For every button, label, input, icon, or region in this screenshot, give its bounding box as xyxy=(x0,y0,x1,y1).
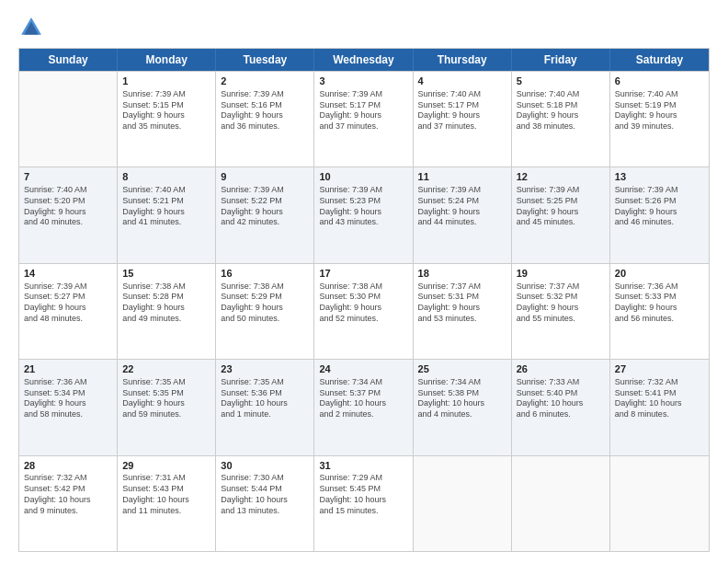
cell-info: Sunrise: 7:35 AM Sunset: 5:35 PM Dayligh… xyxy=(122,377,210,420)
calendar-body: 1Sunrise: 7:39 AM Sunset: 5:15 PM Daylig… xyxy=(19,71,709,551)
day-number: 20 xyxy=(615,267,704,281)
cell-info: Sunrise: 7:33 AM Sunset: 5:40 PM Dayligh… xyxy=(517,377,605,420)
cell-info: Sunrise: 7:39 AM Sunset: 5:24 PM Dayligh… xyxy=(418,185,506,228)
calendar-cell xyxy=(610,456,709,551)
calendar-cell: 11Sunrise: 7:39 AM Sunset: 5:24 PM Dayli… xyxy=(414,167,512,262)
day-number: 3 xyxy=(319,75,407,88)
calendar-cell: 8Sunrise: 7:40 AM Sunset: 5:21 PM Daylig… xyxy=(118,167,216,262)
day-number: 26 xyxy=(517,362,605,376)
calendar-cell: 29Sunrise: 7:31 AM Sunset: 5:43 PM Dayli… xyxy=(118,456,216,551)
calendar-cell: 25Sunrise: 7:34 AM Sunset: 5:38 PM Dayli… xyxy=(414,360,512,454)
cell-info: Sunrise: 7:38 AM Sunset: 5:28 PM Dayligh… xyxy=(122,282,210,325)
calendar-cell: 31Sunrise: 7:29 AM Sunset: 5:45 PM Dayli… xyxy=(314,456,413,551)
calendar-row: 7Sunrise: 7:40 AM Sunset: 5:20 PM Daylig… xyxy=(19,167,709,262)
cell-info: Sunrise: 7:38 AM Sunset: 5:30 PM Dayligh… xyxy=(319,282,407,325)
calendar-row: 21Sunrise: 7:36 AM Sunset: 5:34 PM Dayli… xyxy=(19,359,709,454)
cell-info: Sunrise: 7:37 AM Sunset: 5:32 PM Dayligh… xyxy=(517,282,605,325)
cell-info: Sunrise: 7:40 AM Sunset: 5:18 PM Dayligh… xyxy=(517,89,605,132)
cell-info: Sunrise: 7:40 AM Sunset: 5:19 PM Dayligh… xyxy=(615,89,704,132)
calendar-cell xyxy=(512,456,610,551)
day-number: 5 xyxy=(517,75,605,88)
day-number: 14 xyxy=(24,267,112,281)
day-number: 8 xyxy=(122,170,210,184)
calendar-cell: 23Sunrise: 7:35 AM Sunset: 5:36 PM Dayli… xyxy=(216,360,314,454)
calendar-cell: 26Sunrise: 7:33 AM Sunset: 5:40 PM Dayli… xyxy=(512,360,610,454)
cell-info: Sunrise: 7:40 AM Sunset: 5:17 PM Dayligh… xyxy=(418,89,506,132)
day-number: 6 xyxy=(615,75,704,88)
calendar-cell: 22Sunrise: 7:35 AM Sunset: 5:35 PM Dayli… xyxy=(118,360,216,454)
page: SundayMondayTuesdayWednesdayThursdayFrid… xyxy=(0,0,728,563)
calendar-cell: 6Sunrise: 7:40 AM Sunset: 5:19 PM Daylig… xyxy=(610,72,709,167)
calendar-cell: 7Sunrise: 7:40 AM Sunset: 5:20 PM Daylig… xyxy=(19,167,118,262)
header-day: Monday xyxy=(118,49,216,71)
calendar-cell xyxy=(19,72,118,167)
cell-info: Sunrise: 7:34 AM Sunset: 5:38 PM Dayligh… xyxy=(418,377,506,420)
calendar-cell: 30Sunrise: 7:30 AM Sunset: 5:44 PM Dayli… xyxy=(216,456,314,551)
cell-info: Sunrise: 7:38 AM Sunset: 5:29 PM Dayligh… xyxy=(221,282,309,325)
calendar-cell: 19Sunrise: 7:37 AM Sunset: 5:32 PM Dayli… xyxy=(512,264,610,359)
day-number: 7 xyxy=(24,170,112,184)
day-number: 27 xyxy=(615,362,704,376)
calendar-cell: 21Sunrise: 7:36 AM Sunset: 5:34 PM Dayli… xyxy=(19,360,118,454)
day-number: 29 xyxy=(122,459,210,473)
calendar-cell: 2Sunrise: 7:39 AM Sunset: 5:16 PM Daylig… xyxy=(216,72,314,167)
day-number: 4 xyxy=(418,75,506,88)
day-number: 19 xyxy=(517,267,605,281)
cell-info: Sunrise: 7:36 AM Sunset: 5:33 PM Dayligh… xyxy=(615,282,704,325)
header-day: Sunday xyxy=(19,49,118,71)
day-number: 16 xyxy=(221,267,309,281)
header-day: Friday xyxy=(512,49,610,71)
cell-info: Sunrise: 7:40 AM Sunset: 5:20 PM Dayligh… xyxy=(24,185,112,228)
cell-info: Sunrise: 7:37 AM Sunset: 5:31 PM Dayligh… xyxy=(418,282,506,325)
day-number: 24 xyxy=(319,362,407,376)
day-number: 23 xyxy=(221,362,309,376)
calendar-cell: 20Sunrise: 7:36 AM Sunset: 5:33 PM Dayli… xyxy=(610,264,709,359)
calendar-cell: 27Sunrise: 7:32 AM Sunset: 5:41 PM Dayli… xyxy=(610,360,709,454)
day-number: 1 xyxy=(122,75,210,88)
calendar-row: 1Sunrise: 7:39 AM Sunset: 5:15 PM Daylig… xyxy=(19,71,709,167)
day-number: 17 xyxy=(319,267,407,281)
calendar-header: SundayMondayTuesdayWednesdayThursdayFrid… xyxy=(19,49,709,71)
calendar-cell: 3Sunrise: 7:39 AM Sunset: 5:17 PM Daylig… xyxy=(314,72,413,167)
day-number: 2 xyxy=(221,75,309,88)
calendar-cell: 13Sunrise: 7:39 AM Sunset: 5:26 PM Dayli… xyxy=(610,167,709,262)
calendar-cell: 17Sunrise: 7:38 AM Sunset: 5:30 PM Dayli… xyxy=(314,264,413,359)
header-day: Wednesday xyxy=(314,49,413,71)
calendar-cell: 24Sunrise: 7:34 AM Sunset: 5:37 PM Dayli… xyxy=(314,360,413,454)
logo-icon xyxy=(18,15,44,40)
cell-info: Sunrise: 7:39 AM Sunset: 5:27 PM Dayligh… xyxy=(24,282,112,325)
cell-info: Sunrise: 7:39 AM Sunset: 5:15 PM Dayligh… xyxy=(122,89,210,132)
calendar-row: 14Sunrise: 7:39 AM Sunset: 5:27 PM Dayli… xyxy=(19,263,709,359)
day-number: 10 xyxy=(319,170,407,184)
day-number: 9 xyxy=(221,170,309,184)
cell-info: Sunrise: 7:39 AM Sunset: 5:25 PM Dayligh… xyxy=(517,185,605,228)
cell-info: Sunrise: 7:32 AM Sunset: 5:41 PM Dayligh… xyxy=(615,377,704,420)
day-number: 11 xyxy=(418,170,506,184)
logo xyxy=(18,15,48,40)
cell-info: Sunrise: 7:39 AM Sunset: 5:23 PM Dayligh… xyxy=(319,185,407,228)
calendar-row: 28Sunrise: 7:32 AM Sunset: 5:42 PM Dayli… xyxy=(19,455,709,551)
cell-info: Sunrise: 7:31 AM Sunset: 5:43 PM Dayligh… xyxy=(122,473,210,516)
day-number: 25 xyxy=(418,362,506,376)
cell-info: Sunrise: 7:39 AM Sunset: 5:22 PM Dayligh… xyxy=(221,185,309,228)
calendar-cell: 28Sunrise: 7:32 AM Sunset: 5:42 PM Dayli… xyxy=(19,456,118,551)
calendar-cell: 14Sunrise: 7:39 AM Sunset: 5:27 PM Dayli… xyxy=(19,264,118,359)
cell-info: Sunrise: 7:39 AM Sunset: 5:16 PM Dayligh… xyxy=(221,89,309,132)
day-number: 30 xyxy=(221,459,309,473)
cell-info: Sunrise: 7:32 AM Sunset: 5:42 PM Dayligh… xyxy=(24,473,112,516)
cell-info: Sunrise: 7:39 AM Sunset: 5:26 PM Dayligh… xyxy=(615,185,704,228)
day-number: 12 xyxy=(517,170,605,184)
cell-info: Sunrise: 7:34 AM Sunset: 5:37 PM Dayligh… xyxy=(319,377,407,420)
cell-info: Sunrise: 7:35 AM Sunset: 5:36 PM Dayligh… xyxy=(221,377,309,420)
calendar-cell xyxy=(414,456,512,551)
calendar-cell: 10Sunrise: 7:39 AM Sunset: 5:23 PM Dayli… xyxy=(314,167,413,262)
day-number: 22 xyxy=(122,362,210,376)
calendar-cell: 1Sunrise: 7:39 AM Sunset: 5:15 PM Daylig… xyxy=(118,72,216,167)
calendar-cell: 12Sunrise: 7:39 AM Sunset: 5:25 PM Dayli… xyxy=(512,167,610,262)
cell-info: Sunrise: 7:30 AM Sunset: 5:44 PM Dayligh… xyxy=(221,473,309,516)
header-day: Thursday xyxy=(414,49,512,71)
header-day: Saturday xyxy=(610,49,709,71)
cell-info: Sunrise: 7:29 AM Sunset: 5:45 PM Dayligh… xyxy=(319,473,407,516)
day-number: 31 xyxy=(319,459,407,473)
day-number: 18 xyxy=(418,267,506,281)
